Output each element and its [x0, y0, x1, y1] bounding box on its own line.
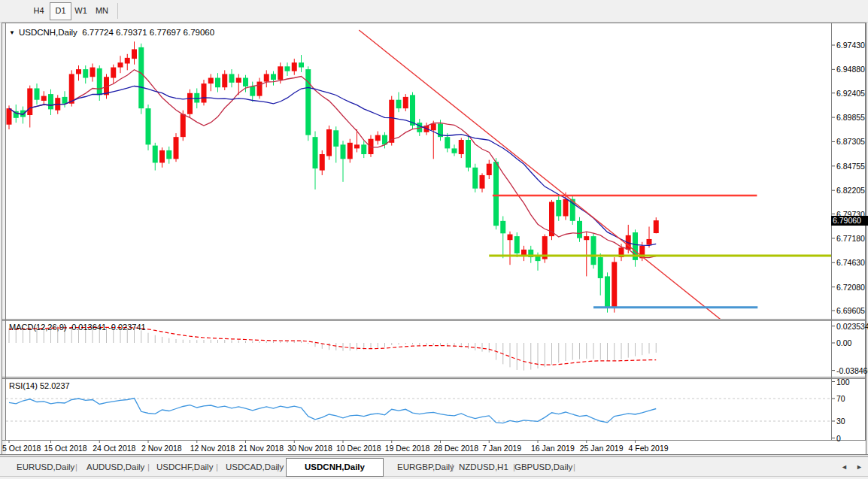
rsi-tick-label: 70 [836, 394, 845, 403]
candle-body [111, 68, 116, 78]
candle-body [292, 62, 297, 71]
candle-body [27, 88, 32, 115]
candle-body [605, 276, 610, 307]
chart-tab-usdcnh[interactable]: USDCNH,Daily [286, 458, 384, 477]
tab-separator: | [75, 462, 77, 471]
tab-separator: | [277, 462, 279, 471]
price-tick-label: 6.74630 [836, 258, 865, 267]
candle-body [229, 74, 235, 82]
candle-body [563, 199, 569, 217]
candle-body [313, 137, 318, 168]
tab-separator: | [513, 462, 515, 471]
candle-body [202, 83, 207, 102]
candle-body [118, 62, 123, 67]
candle-body [299, 62, 304, 67]
candle-body [35, 88, 40, 99]
rsi-indicator-label: RSI(14) 52.0237 [9, 381, 70, 390]
chart-symbol-period: USDCNH,Daily [19, 28, 77, 37]
candle-body [445, 137, 450, 148]
tab-separator: | [451, 462, 454, 471]
date-tick-label: 2 Nov 2018 [141, 444, 182, 453]
date-tick-label: 25 Jan 2019 [580, 444, 624, 453]
candle-body [654, 220, 659, 233]
macd-tick-label: 0.023534 [836, 322, 868, 331]
candle-body [598, 257, 603, 278]
candle-body [556, 200, 561, 217]
price-tick-label: 6.92405 [836, 89, 865, 98]
candle-body [243, 78, 248, 86]
chart-title: ▼USDCNH,Daily 6.77724 6.79371 6.77697 6.… [9, 28, 214, 37]
candle-body [375, 135, 381, 141]
candle-body [361, 144, 366, 154]
candle-body [125, 58, 130, 64]
candle-body [348, 143, 353, 159]
candle-body [577, 221, 582, 238]
rsi-tick-label: 0 [836, 434, 841, 443]
price-tick-label: 6.69605 [836, 306, 865, 315]
rsi-panel-bg [6, 380, 831, 440]
candle-body [452, 148, 457, 153]
candle-body [396, 100, 402, 108]
candle-body [69, 74, 74, 103]
date-tick-label: 21 Nov 2018 [239, 444, 284, 453]
tab-separator: | [216, 462, 218, 471]
candle-body [215, 78, 220, 88]
candle-body [41, 96, 47, 101]
date-tick-label: 4 Feb 2019 [629, 444, 669, 453]
price-tick-label: 6.82205 [836, 186, 865, 195]
date-tick-label: 5 Oct 2018 [2, 444, 41, 453]
chart-tab-eurusd[interactable]: EURUSD,Daily [17, 462, 74, 471]
candle-body [48, 94, 53, 109]
candle-body [97, 68, 102, 95]
date-tick-label: 24 Oct 2018 [93, 444, 135, 453]
symbol-dropdown-icon[interactable]: ▼ [9, 29, 15, 36]
date-tick-label: 30 Nov 2018 [287, 444, 332, 453]
mt4-terminal: { "toolbar": { "timeframe_buttons": [ {"… [0, 0, 868, 479]
candle-body [62, 97, 68, 104]
candle-body [459, 140, 464, 154]
candle-body [146, 108, 151, 144]
candle-body [305, 69, 311, 135]
chart-ohlc-values: 6.77724 6.79371 6.77697 6.79060 [82, 28, 214, 37]
chart-tab-usdcad[interactable]: USDCAD,Daily [226, 462, 284, 471]
rsi-tick-label: 30 [836, 417, 845, 426]
tab-separator: | [573, 462, 575, 471]
tabs-scroll-right-icon[interactable]: ► [856, 463, 863, 471]
price-tick-label: 6.89855 [836, 113, 865, 122]
chart-tab-audusd[interactable]: AUDUSD,Daily [86, 462, 144, 471]
candle-body [591, 236, 596, 265]
chart-tab-nzdusd[interactable]: NZDUSD,H1 [459, 462, 508, 471]
candle-body [174, 137, 179, 159]
price-tick-label: 6.97430 [836, 41, 865, 50]
chart-tab-gbpusd[interactable]: GBPUSD,Daily [514, 462, 572, 471]
candle-body [187, 93, 193, 114]
candle-body [487, 164, 492, 175]
candle-body [222, 74, 227, 87]
tab-separator: | [147, 462, 150, 471]
candle-body [493, 162, 499, 226]
tabs-scroll-left-icon[interactable]: ◄ [841, 463, 848, 471]
candle-body [333, 130, 338, 147]
price-tick-label: 6.94880 [836, 65, 865, 74]
chart-canvas[interactable] [0, 0, 868, 479]
chart-tab-usdchf[interactable]: USDCHF,Daily [156, 462, 213, 471]
chart-tab-eurgbp[interactable]: EURGBP,Daily [397, 462, 454, 471]
candle-body [466, 140, 471, 168]
candle-body [194, 93, 199, 103]
candle-body [431, 123, 436, 130]
macd-tick-label: 0.00 [836, 338, 851, 347]
candle-body [647, 239, 652, 245]
price-tick-label: 6.84755 [836, 162, 865, 171]
candle-body [159, 150, 165, 162]
date-tick-label: 7 Jan 2019 [482, 444, 521, 453]
date-tick-label: 12 Nov 2018 [190, 444, 235, 453]
price-tick-label: 6.87305 [836, 137, 865, 146]
candle-body [7, 108, 12, 125]
candle-body [250, 86, 255, 96]
candle-body [320, 154, 325, 171]
candle-body [536, 256, 541, 261]
rsi-tick-label: 100 [836, 377, 850, 387]
candle-body [90, 68, 96, 77]
candle-body [472, 168, 478, 189]
candle-body [480, 175, 485, 189]
